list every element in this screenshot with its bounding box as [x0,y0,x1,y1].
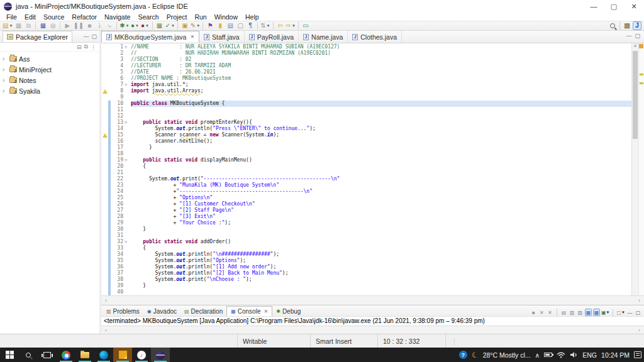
new-view-icon[interactable]: ▢▼ [616,309,625,316]
code-text[interactable] [131,113,631,119]
close-tab-icon[interactable]: ✕ [264,309,268,314]
annotation-gutter[interactable] [101,113,108,119]
code-text[interactable] [131,151,631,157]
step-into-icon[interactable]: ⤵ [95,21,104,30]
code-text[interactable]: import java.util.*; [131,82,631,88]
forward-icon[interactable]: ⇨▼ [286,21,296,30]
code-text[interactable]: + "[2] Staff Page\n" [131,207,631,214]
dropdown-arrow-icon[interactable]: ▼ [135,24,139,28]
bookmark-icon[interactable]: ▤ [226,21,235,30]
code-text[interactable] [131,94,631,101]
terminate-icon[interactable]: ■ [85,21,94,30]
annotation-gutter[interactable] [101,145,108,151]
annotation-gutter[interactable] [101,132,108,138]
annotation-gutter[interactable] [101,107,108,113]
annotation-gutter[interactable] [101,251,108,258]
code-text[interactable]: System.out.println("Options"); [131,258,631,264]
line-number[interactable]: 23 [111,182,125,189]
clock[interactable]: 10:24 PM [601,351,630,359]
code-text[interactable]: Scanner scanner = new Scanner(System.in)… [131,132,631,138]
dropdown-arrow-icon[interactable]: ▼ [145,24,149,28]
line-number[interactable]: 4 [111,63,125,69]
line-number[interactable]: 7 [111,82,125,88]
overview-ruler[interactable] [638,43,644,295]
line-number[interactable]: 24 [111,189,125,195]
code-text[interactable]: System.out.print("\nChoose : "); [131,277,631,283]
line-number[interactable]: 35 [111,258,125,264]
line-number[interactable]: 1 [111,44,125,50]
warning-marker[interactable] [640,82,643,84]
line-number[interactable]: 5 [111,69,125,75]
line-number[interactable]: 39 [111,283,125,289]
annotation-gutter[interactable] [101,157,108,163]
open-type-icon[interactable]: ▣ [180,21,189,30]
console-horizontal-scrollbar[interactable]: ‹ › [101,326,644,334]
editor-tab-name-java[interactable]: JName.java [299,31,348,43]
code-text[interactable]: + "Your Choice :"); [131,220,631,226]
line-number[interactable]: 22 [111,176,125,182]
fold-toggle-icon[interactable]: ⊖ [125,44,131,50]
annotation-gutter[interactable] [101,283,108,289]
annotation-gutter[interactable] [101,50,108,57]
code-text[interactable]: scanner.nextLine(); [131,138,631,145]
annotation-gutter[interactable] [101,119,108,126]
console-tab-declaration[interactable]: ▤Declaration [180,306,226,316]
annotation-gutter[interactable] [101,245,108,251]
suspend-icon[interactable]: ❚❚ [73,21,84,30]
code-text[interactable]: } [131,226,631,233]
code-text[interactable]: public static void promptEnterKey(){ [131,119,631,126]
line-number[interactable]: 10 [111,101,125,107]
tree-item-syakila[interactable]: ›Syakila [0,85,99,96]
tray-chevron-icon[interactable]: ∧ [535,351,540,359]
scroll-right-arrow-icon[interactable]: › [638,327,640,333]
code-text[interactable]: { [131,245,631,251]
annotation-gutter[interactable] [101,233,108,239]
annotation-gutter[interactable] [101,44,108,50]
maximize-view-button[interactable]: ▢ [91,33,97,40]
menu-source[interactable]: Source [40,13,68,21]
code-text[interactable]: public static void displayMainMenu() [131,157,631,163]
line-number[interactable]: 6 [111,75,125,82]
scroll-lock-icon[interactable]: ▥ [569,309,575,316]
code-text[interactable]: System.out.print("----------------------… [131,176,631,182]
code-text[interactable]: + "[3] Exit\n" [131,214,631,220]
step-over-icon[interactable]: ⤷ [105,21,114,30]
search-button[interactable] [19,348,38,362]
search-file-icon[interactable]: ✎▼ [191,21,200,30]
annotation-gutter[interactable] [101,57,108,63]
annotation-gutter[interactable] [101,289,108,295]
line-number[interactable]: 31 [111,233,125,239]
scroll-left-arrow-icon[interactable]: ‹ [105,297,107,304]
scroll-left-arrow-icon[interactable]: ‹ [105,327,107,333]
menu-refactor[interactable]: Refactor [68,13,101,21]
mark-occurrences-icon[interactable]: ◎ [48,21,57,30]
collapse-all-icon[interactable]: ⊟ [77,44,82,50]
annotation-gutter[interactable] [101,264,108,270]
package-explorer-tab[interactable]: Package Explorer [3,31,72,42]
pilcrow-icon[interactable]: ¶ [246,21,255,30]
line-number[interactable]: 28 [111,214,125,220]
minimize-view-button[interactable]: — [83,33,89,40]
clear-console-icon[interactable]: ▤ [560,309,567,316]
code-text[interactable]: } [131,145,631,151]
new-wizard-icon[interactable]: ▤▼ [3,21,13,30]
annotation-gutter[interactable] [101,239,108,245]
restore-window-button[interactable]: ▢ [604,0,624,13]
open-perspective-icon[interactable]: ▧ [623,21,631,30]
new-junit-icon[interactable]: ▦ [155,21,164,30]
code-text[interactable]: import java.util.Arrays; [131,88,631,94]
code-text[interactable] [131,107,631,113]
annotation-gutter[interactable] [101,163,108,170]
dropdown-arrow-icon[interactable]: ▼ [292,24,296,28]
terminate-icon[interactable]: ■ [530,309,537,316]
sort-icon[interactable]: ⇅▼ [260,21,270,30]
search-icon[interactable] [608,21,617,30]
coverage-icon[interactable]: ●▼ [141,21,150,30]
last-edit-icon[interactable]: ▭ [301,21,310,30]
editor-horizontal-scrollbar[interactable]: ‹ › [101,295,644,305]
line-number[interactable]: 32 [111,239,125,245]
line-number[interactable]: 18 [111,151,125,157]
battery-icon[interactable] [544,353,552,357]
file-explorer-icon[interactable] [75,348,94,362]
annotate-icon[interactable]: ▮ [216,21,225,30]
